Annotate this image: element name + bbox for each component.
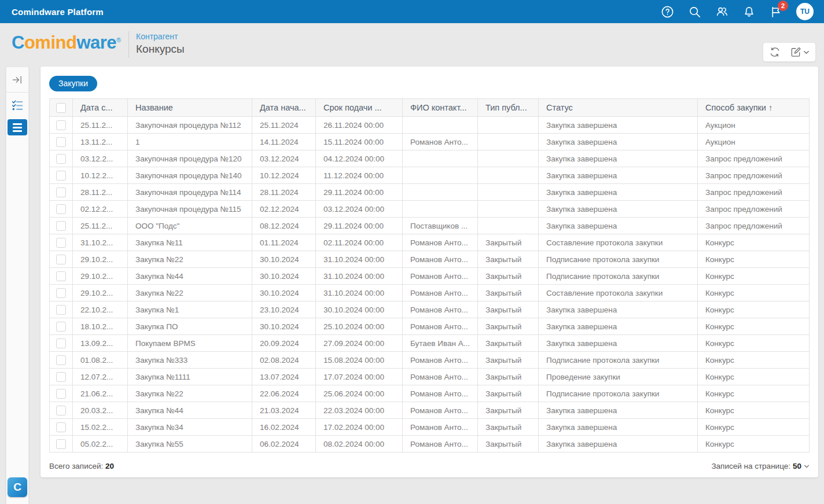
row-checkbox[interactable]: [56, 406, 66, 415]
edit-button[interactable]: [790, 46, 810, 58]
table-row[interactable]: 12.07.2...Закупка №111113.07.202417.07.2…: [50, 369, 810, 385]
sidebar-expand-button[interactable]: [6, 67, 28, 93]
table-row[interactable]: 20.03.2...Закупка №4421.03.202422.03.202…: [50, 402, 810, 419]
table-cell: Конкурс: [698, 285, 810, 301]
row-checkbox[interactable]: [56, 305, 66, 315]
row-checkbox[interactable]: [56, 322, 66, 332]
table-cell: Романов Анто...: [403, 352, 478, 369]
table-cell: Аукцион: [698, 134, 810, 150]
column-header-2[interactable]: Дата нача...: [252, 99, 316, 117]
table-cell: 04.12.2024 00:00: [316, 150, 403, 167]
table-cell: 20.09.2024: [252, 335, 316, 352]
row-checkbox[interactable]: [56, 288, 66, 298]
table-cell: 12.07.2...: [73, 369, 128, 385]
column-header-4[interactable]: ФИО контакт...: [403, 99, 478, 117]
users-icon[interactable]: [715, 5, 729, 19]
table-row[interactable]: 25.11.2...Закупочная процедура №11225.11…: [50, 117, 810, 134]
tab-zakupki[interactable]: Закупки: [49, 76, 97, 91]
row-checkbox[interactable]: [56, 372, 66, 382]
table-row[interactable]: 28.11.2...Закупочная процедура №11428.11…: [50, 184, 810, 201]
table-row[interactable]: 31.10.2...Закупка №1101.11.202402.11.202…: [50, 234, 810, 251]
sidebar-item-tasks[interactable]: [6, 93, 28, 118]
sidebar-item-records-active[interactable]: [8, 119, 27, 135]
column-header-3[interactable]: Срок подачи ...: [316, 99, 403, 117]
row-checkbox[interactable]: [56, 187, 66, 197]
bell-icon[interactable]: [742, 5, 756, 19]
row-checkbox[interactable]: [56, 154, 66, 164]
table-cell: Составление протокола закупки: [539, 285, 698, 301]
table-row[interactable]: 22.10.2...Закупка №123.10.202430.10.2024…: [50, 301, 810, 318]
table-cell: ООО "Подс": [128, 218, 252, 234]
table-cell: Закупка №55: [128, 436, 252, 453]
table-cell: Закрытый: [478, 234, 539, 251]
table-cell: Закупка завершена: [539, 436, 698, 453]
row-checkbox[interactable]: [56, 389, 66, 399]
row-checkbox[interactable]: [56, 204, 66, 214]
row-checkbox[interactable]: [56, 271, 66, 281]
search-icon[interactable]: [687, 5, 701, 19]
column-header-0[interactable]: Дата с...: [73, 99, 128, 117]
flag-icon[interactable]: 2: [769, 5, 783, 19]
table-row[interactable]: 29.10.2...Закупка №2230.10.202431.10.202…: [50, 251, 810, 268]
table-row[interactable]: 15.02.2...Закупка №3416.02.202417.02.202…: [50, 419, 810, 436]
row-checkbox[interactable]: [56, 255, 66, 264]
table-row[interactable]: 21.06.2...Закупка №2222.06.202425.06.202…: [50, 385, 810, 402]
avatar[interactable]: TU: [796, 3, 814, 20]
table-row[interactable]: 01.08.2...Закупка №33302.08.202415.08.20…: [50, 352, 810, 369]
row-checkbox[interactable]: [56, 120, 66, 130]
column-header-1[interactable]: Название: [128, 99, 252, 117]
menu-icon: [13, 123, 22, 125]
help-icon[interactable]: [660, 5, 674, 19]
table-cell: 02.12.2...: [73, 201, 128, 218]
table-cell: 11.12.2024 00:00: [316, 167, 403, 184]
table-cell: Закрытый: [478, 251, 539, 268]
row-checkbox[interactable]: [56, 238, 66, 248]
column-header-7[interactable]: Способ закупки ↑: [698, 99, 810, 117]
table-cell: 02.08.2024: [252, 352, 316, 369]
row-checkbox[interactable]: [56, 137, 66, 147]
comindware-logo[interactable]: Comindware®: [12, 32, 121, 53]
table-cell: Закрытый: [478, 436, 539, 453]
records-per-page[interactable]: Записей на странице: 50: [711, 462, 810, 470]
table-cell: 30.10.2024: [252, 268, 316, 285]
table-header-row: Дата с...НазваниеДата нача...Срок подачи…: [50, 99, 810, 117]
table-cell: 03.12.2...: [73, 150, 128, 167]
table-cell: Закупка завершена: [539, 150, 698, 167]
row-checkbox[interactable]: [56, 221, 66, 231]
breadcrumb[interactable]: Контрагент: [136, 32, 185, 41]
table-row[interactable]: 03.12.2...Закупочная процедура №12003.12…: [50, 150, 810, 167]
select-all-checkbox[interactable]: [56, 103, 66, 113]
table-cell: 28.11.2...: [73, 184, 128, 201]
refresh-button[interactable]: [769, 46, 781, 58]
table-row[interactable]: 29.10.2...Закупка №2230.10.202431.10.202…: [50, 285, 810, 301]
row-checkbox[interactable]: [56, 339, 66, 348]
table-cell: Романов Анто...: [403, 251, 478, 268]
row-checkbox[interactable]: [56, 355, 66, 365]
table-row[interactable]: 13.09.2...Покупаем BPMS20.09.202427.09.2…: [50, 335, 810, 352]
row-checkbox[interactable]: [56, 171, 66, 181]
column-header-6[interactable]: Статус: [539, 99, 698, 117]
table-cell: 26.11.2024 00:00: [316, 117, 403, 134]
table-row[interactable]: 02.12.2...Закупочная процедура №11502.12…: [50, 201, 810, 218]
table-cell: Подписание протокола закупки: [539, 268, 698, 285]
table-cell: Проведение закупки: [539, 369, 698, 385]
table-row[interactable]: 13.11.2...114.11.202415.11.2024 00:00Ром…: [50, 134, 810, 150]
table-row[interactable]: 18.10.2...Закупка ПО30.10.202425.10.2024…: [50, 318, 810, 335]
column-header-5[interactable]: Тип публ...: [478, 99, 539, 117]
row-checkbox[interactable]: [56, 422, 66, 432]
total-records: Всего записей: 20: [49, 462, 114, 470]
comindware-c-tile[interactable]: C: [8, 477, 27, 497]
table-row[interactable]: 25.11.2...ООО "Подс"08.12.202429.11.2024…: [50, 218, 810, 234]
table-cell: [478, 150, 539, 167]
table-cell: Аукцион: [698, 117, 810, 134]
table-row[interactable]: 29.10.2...Закупка №4430.10.202431.10.202…: [50, 268, 810, 285]
table-cell: 23.10.2024: [252, 301, 316, 318]
row-checkbox[interactable]: [56, 439, 66, 449]
table-row[interactable]: 10.12.2...Закупочная процедура №14010.12…: [50, 167, 810, 184]
table-cell: 29.11.2024 00:00: [316, 218, 403, 234]
table-cell: Запрос предложений: [698, 184, 810, 201]
table-cell: [478, 134, 539, 150]
table-cell: Поставщиков ...: [403, 218, 478, 234]
table-row[interactable]: 05.02.2...Закупка №5506.02.202408.02.202…: [50, 436, 810, 453]
table-cell: 22.10.2...: [73, 301, 128, 318]
